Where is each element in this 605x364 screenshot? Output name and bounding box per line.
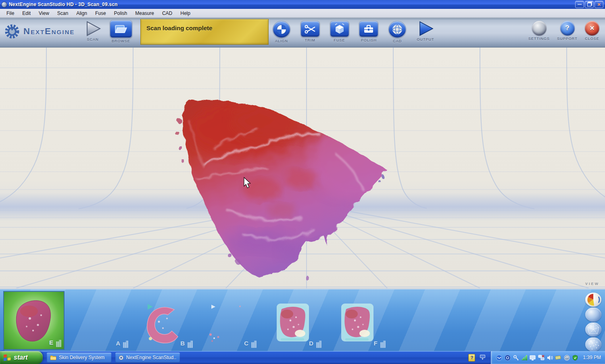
scan-family-icon — [123, 341, 128, 348]
network-disconnected-icon[interactable] — [538, 354, 544, 361]
scan-canvas — [0, 48, 605, 288]
scan-family-icon — [316, 341, 321, 348]
align-button[interactable]: Align — [273, 21, 290, 43]
volume-icon[interactable] — [547, 354, 553, 361]
close-x-icon: ✕ — [590, 25, 595, 32]
menu-scan[interactable]: Scan — [53, 10, 72, 17]
view-label: VIEW — [585, 282, 599, 286]
points-sphere-icon — [585, 337, 601, 352]
restore-button[interactable] — [585, 1, 594, 8]
menu-cad[interactable]: CAD — [158, 10, 176, 17]
question-icon: ? — [565, 24, 569, 32]
trim-button[interactable]: Trim — [300, 21, 320, 43]
scan-thumbnail-strip: E — [0, 289, 605, 351]
minimize-button[interactable]: — — [575, 1, 584, 8]
task-nextengine-scanstudio[interactable]: NextEngine ScanStud... — [115, 353, 180, 363]
cad-button[interactable]: CAD — [388, 21, 406, 43]
3d-viewport[interactable]: VIEW — [0, 48, 605, 288]
utility-toolbar: Settings ? Support ✕ Close — [528, 21, 599, 41]
points-view-button[interactable] — [585, 337, 601, 352]
shaded-view-button[interactable] — [585, 308, 601, 322]
thumbnail-label: E — [49, 339, 53, 346]
window-title: NextEngine ScanStudio HD - 3D_Scan_09.sc… — [9, 2, 118, 7]
restore-icon — [587, 2, 591, 6]
settings-globe-icon — [532, 21, 547, 35]
thumbnail-slot-f[interactable]: F — [325, 291, 388, 350]
browse-button[interactable]: Browse — [110, 20, 132, 43]
security-shield-icon[interactable] — [572, 354, 578, 361]
updater-icon[interactable] — [563, 354, 570, 361]
view-mode-buttons — [585, 293, 601, 352]
windows-taskbar: start Skin Delivery System NextEngine Sc… — [0, 351, 605, 364]
signal-strength-icon[interactable] — [521, 355, 528, 360]
scan-triangle-icon — [83, 21, 102, 36]
language-bar-icon[interactable]: ▾ — [479, 355, 486, 360]
thumbnail-slot-c[interactable]: C — [196, 291, 259, 350]
toolbox-icon — [363, 24, 375, 34]
thumbnail-slot-e-selected[interactable]: E — [3, 291, 65, 350]
main-toolbar: NextEngine Scan Browse Scan loading comp… — [0, 18, 605, 48]
output-triangle-icon — [416, 21, 435, 36]
menu-file[interactable]: File — [2, 10, 18, 17]
menu-measure[interactable]: Measure — [131, 10, 158, 17]
status-message-box: Scan loading complete — [140, 19, 269, 45]
windows-flag-icon — [3, 354, 11, 362]
cad-sphere-icon — [392, 24, 403, 35]
scan-thumbnail-e — [4, 292, 64, 349]
menu-edit[interactable]: Edit — [18, 10, 35, 17]
align-icon — [276, 24, 287, 35]
minimize-icon: — — [578, 2, 582, 6]
display-icon[interactable] — [530, 354, 536, 361]
wireframe-sphere-icon — [585, 322, 601, 337]
scan-family-icon — [188, 341, 193, 348]
color-ball-icon — [585, 293, 601, 307]
key-icon[interactable] — [513, 354, 519, 361]
brand-name: NextEngine — [23, 26, 75, 37]
nextengine-gear-icon — [4, 23, 20, 40]
folder-open-icon — [114, 24, 128, 34]
menu-bar: File Edit View Scan Align Fuse Polish Me… — [0, 9, 605, 18]
output-button[interactable]: Output — [416, 21, 435, 43]
wireframe-view-button[interactable] — [585, 322, 601, 337]
scan-family-icon — [380, 341, 386, 348]
polish-button[interactable]: Polish — [359, 21, 378, 43]
folder-icon — [50, 355, 56, 360]
menu-polish[interactable]: Polish — [110, 10, 131, 17]
thumbnail-slot-b[interactable]: B — [132, 291, 195, 350]
app-icon — [2, 2, 7, 7]
menu-align[interactable]: Align — [72, 10, 91, 17]
menu-fuse[interactable]: Fuse — [91, 10, 110, 17]
menu-help[interactable]: Help — [176, 10, 194, 17]
nextengine-app-icon — [119, 355, 124, 360]
process-toolbar: Align Trim — [273, 21, 435, 43]
start-button[interactable]: start — [0, 351, 43, 364]
card-icon[interactable] — [555, 354, 561, 361]
support-button[interactable]: ? Support — [557, 21, 577, 41]
ocp-icon[interactable] — [504, 354, 511, 361]
thumbnail-slot-a[interactable]: A — [68, 291, 131, 350]
close-app-button[interactable]: ✕ Close — [585, 21, 599, 41]
title-bar: NextEngine ScanStudio HD - 3D_Scan_09.sc… — [0, 0, 605, 9]
scan-family-icon — [251, 341, 257, 348]
close-icon: ✕ — [597, 2, 601, 6]
system-tray: 1:39 PM — [490, 351, 605, 364]
status-text: Scan loading complete — [146, 25, 212, 31]
start-label: start — [14, 354, 28, 361]
taskbar-clock[interactable]: 1:39 PM — [583, 355, 601, 360]
application-window: NextEngine ScanStudio HD - 3D_Scan_09.sc… — [0, 0, 605, 364]
color-view-button[interactable] — [585, 293, 601, 307]
scissors-icon — [304, 24, 316, 34]
task-skin-delivery-system[interactable]: Skin Delivery System — [47, 353, 111, 363]
close-window-button[interactable]: ✕ — [595, 1, 603, 8]
fuse-button[interactable]: Fuse — [330, 21, 349, 43]
cube-icon — [334, 23, 346, 35]
settings-button[interactable]: Settings — [528, 21, 550, 41]
thumbnail-slot-d[interactable]: D — [261, 291, 324, 350]
menu-view[interactable]: View — [35, 10, 53, 17]
scan-button[interactable]: Scan — [83, 21, 102, 42]
brand: NextEngine — [4, 23, 75, 40]
wave-messenger-icon[interactable] — [496, 354, 502, 361]
taskbar-quick-icons: ? ▾ — [468, 354, 490, 362]
help-tip-icon[interactable]: ? — [468, 354, 475, 362]
